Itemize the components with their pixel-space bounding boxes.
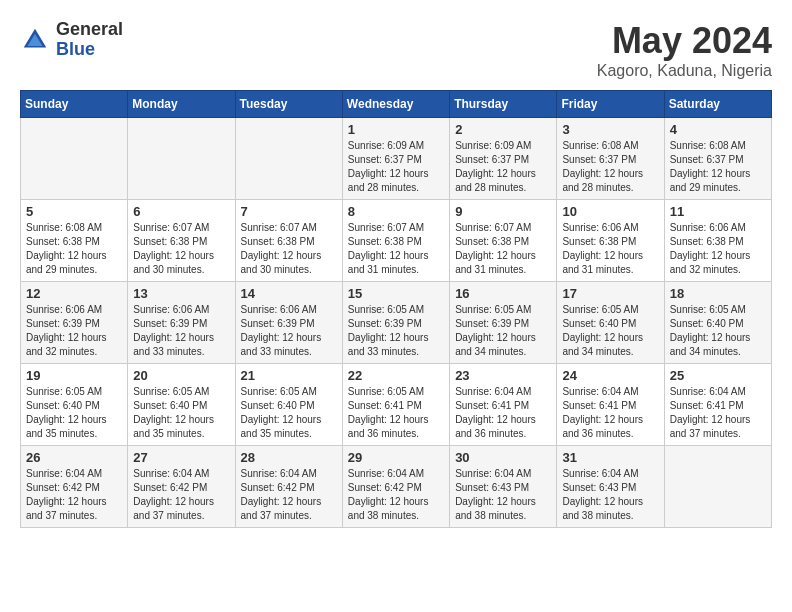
calendar-cell: 19Sunrise: 6:05 AM Sunset: 6:40 PM Dayli… xyxy=(21,364,128,446)
day-number: 24 xyxy=(562,368,658,383)
calendar-cell: 20Sunrise: 6:05 AM Sunset: 6:40 PM Dayli… xyxy=(128,364,235,446)
page-header: General Blue May 2024 Kagoro, Kaduna, Ni… xyxy=(20,20,772,80)
day-info: Sunrise: 6:05 AM Sunset: 6:40 PM Dayligh… xyxy=(26,385,122,441)
calendar-cell: 5Sunrise: 6:08 AM Sunset: 6:38 PM Daylig… xyxy=(21,200,128,282)
day-info: Sunrise: 6:09 AM Sunset: 6:37 PM Dayligh… xyxy=(455,139,551,195)
day-info: Sunrise: 6:05 AM Sunset: 6:39 PM Dayligh… xyxy=(348,303,444,359)
day-number: 23 xyxy=(455,368,551,383)
calendar-cell: 8Sunrise: 6:07 AM Sunset: 6:38 PM Daylig… xyxy=(342,200,449,282)
logo: General Blue xyxy=(20,20,123,60)
logo-icon xyxy=(20,25,50,55)
day-info: Sunrise: 6:08 AM Sunset: 6:37 PM Dayligh… xyxy=(670,139,766,195)
day-number: 8 xyxy=(348,204,444,219)
calendar-cell: 22Sunrise: 6:05 AM Sunset: 6:41 PM Dayli… xyxy=(342,364,449,446)
calendar-cell: 24Sunrise: 6:04 AM Sunset: 6:41 PM Dayli… xyxy=(557,364,664,446)
day-info: Sunrise: 6:07 AM Sunset: 6:38 PM Dayligh… xyxy=(348,221,444,277)
calendar-table: SundayMondayTuesdayWednesdayThursdayFrid… xyxy=(20,90,772,528)
day-info: Sunrise: 6:04 AM Sunset: 6:42 PM Dayligh… xyxy=(26,467,122,523)
day-info: Sunrise: 6:07 AM Sunset: 6:38 PM Dayligh… xyxy=(133,221,229,277)
calendar-cell: 13Sunrise: 6:06 AM Sunset: 6:39 PM Dayli… xyxy=(128,282,235,364)
calendar-cell: 9Sunrise: 6:07 AM Sunset: 6:38 PM Daylig… xyxy=(450,200,557,282)
day-number: 16 xyxy=(455,286,551,301)
day-number: 4 xyxy=(670,122,766,137)
calendar-cell: 18Sunrise: 6:05 AM Sunset: 6:40 PM Dayli… xyxy=(664,282,771,364)
day-number: 31 xyxy=(562,450,658,465)
calendar-cell: 29Sunrise: 6:04 AM Sunset: 6:42 PM Dayli… xyxy=(342,446,449,528)
day-info: Sunrise: 6:07 AM Sunset: 6:38 PM Dayligh… xyxy=(241,221,337,277)
calendar-cell: 4Sunrise: 6:08 AM Sunset: 6:37 PM Daylig… xyxy=(664,118,771,200)
weekday-header-tuesday: Tuesday xyxy=(235,91,342,118)
calendar-cell: 7Sunrise: 6:07 AM Sunset: 6:38 PM Daylig… xyxy=(235,200,342,282)
day-number: 22 xyxy=(348,368,444,383)
calendar-cell: 6Sunrise: 6:07 AM Sunset: 6:38 PM Daylig… xyxy=(128,200,235,282)
calendar-cell: 21Sunrise: 6:05 AM Sunset: 6:40 PM Dayli… xyxy=(235,364,342,446)
day-number: 21 xyxy=(241,368,337,383)
location: Kagoro, Kaduna, Nigeria xyxy=(597,62,772,80)
day-info: Sunrise: 6:04 AM Sunset: 6:41 PM Dayligh… xyxy=(670,385,766,441)
calendar-cell xyxy=(235,118,342,200)
calendar-cell: 15Sunrise: 6:05 AM Sunset: 6:39 PM Dayli… xyxy=(342,282,449,364)
day-info: Sunrise: 6:06 AM Sunset: 6:39 PM Dayligh… xyxy=(133,303,229,359)
day-info: Sunrise: 6:06 AM Sunset: 6:38 PM Dayligh… xyxy=(670,221,766,277)
logo-blue: Blue xyxy=(56,40,123,60)
day-number: 25 xyxy=(670,368,766,383)
day-info: Sunrise: 6:05 AM Sunset: 6:40 PM Dayligh… xyxy=(562,303,658,359)
calendar-week-4: 19Sunrise: 6:05 AM Sunset: 6:40 PM Dayli… xyxy=(21,364,772,446)
day-info: Sunrise: 6:04 AM Sunset: 6:43 PM Dayligh… xyxy=(562,467,658,523)
calendar-week-2: 5Sunrise: 6:08 AM Sunset: 6:38 PM Daylig… xyxy=(21,200,772,282)
logo-text: General Blue xyxy=(56,20,123,60)
day-number: 26 xyxy=(26,450,122,465)
calendar-cell xyxy=(21,118,128,200)
day-number: 14 xyxy=(241,286,337,301)
day-info: Sunrise: 6:05 AM Sunset: 6:40 PM Dayligh… xyxy=(133,385,229,441)
day-info: Sunrise: 6:07 AM Sunset: 6:38 PM Dayligh… xyxy=(455,221,551,277)
day-info: Sunrise: 6:04 AM Sunset: 6:42 PM Dayligh… xyxy=(348,467,444,523)
day-number: 9 xyxy=(455,204,551,219)
day-number: 7 xyxy=(241,204,337,219)
day-number: 5 xyxy=(26,204,122,219)
day-info: Sunrise: 6:05 AM Sunset: 6:40 PM Dayligh… xyxy=(670,303,766,359)
day-number: 3 xyxy=(562,122,658,137)
day-info: Sunrise: 6:04 AM Sunset: 6:41 PM Dayligh… xyxy=(562,385,658,441)
day-info: Sunrise: 6:04 AM Sunset: 6:41 PM Dayligh… xyxy=(455,385,551,441)
calendar-cell: 11Sunrise: 6:06 AM Sunset: 6:38 PM Dayli… xyxy=(664,200,771,282)
weekday-header-thursday: Thursday xyxy=(450,91,557,118)
day-info: Sunrise: 6:06 AM Sunset: 6:39 PM Dayligh… xyxy=(241,303,337,359)
day-number: 13 xyxy=(133,286,229,301)
day-number: 20 xyxy=(133,368,229,383)
weekday-header-saturday: Saturday xyxy=(664,91,771,118)
calendar-cell: 17Sunrise: 6:05 AM Sunset: 6:40 PM Dayli… xyxy=(557,282,664,364)
day-number: 18 xyxy=(670,286,766,301)
calendar-cell: 2Sunrise: 6:09 AM Sunset: 6:37 PM Daylig… xyxy=(450,118,557,200)
day-info: Sunrise: 6:04 AM Sunset: 6:42 PM Dayligh… xyxy=(241,467,337,523)
day-number: 11 xyxy=(670,204,766,219)
weekday-header-wednesday: Wednesday xyxy=(342,91,449,118)
day-info: Sunrise: 6:08 AM Sunset: 6:38 PM Dayligh… xyxy=(26,221,122,277)
day-number: 29 xyxy=(348,450,444,465)
calendar-cell: 26Sunrise: 6:04 AM Sunset: 6:42 PM Dayli… xyxy=(21,446,128,528)
month-title: May 2024 xyxy=(597,20,772,62)
day-number: 10 xyxy=(562,204,658,219)
day-info: Sunrise: 6:08 AM Sunset: 6:37 PM Dayligh… xyxy=(562,139,658,195)
day-number: 17 xyxy=(562,286,658,301)
calendar-cell: 27Sunrise: 6:04 AM Sunset: 6:42 PM Dayli… xyxy=(128,446,235,528)
day-number: 30 xyxy=(455,450,551,465)
calendar-cell: 10Sunrise: 6:06 AM Sunset: 6:38 PM Dayli… xyxy=(557,200,664,282)
day-number: 15 xyxy=(348,286,444,301)
weekday-header-sunday: Sunday xyxy=(21,91,128,118)
day-number: 6 xyxy=(133,204,229,219)
day-info: Sunrise: 6:09 AM Sunset: 6:37 PM Dayligh… xyxy=(348,139,444,195)
day-number: 1 xyxy=(348,122,444,137)
calendar-cell xyxy=(664,446,771,528)
calendar-cell: 28Sunrise: 6:04 AM Sunset: 6:42 PM Dayli… xyxy=(235,446,342,528)
weekday-header-monday: Monday xyxy=(128,91,235,118)
calendar-cell: 1Sunrise: 6:09 AM Sunset: 6:37 PM Daylig… xyxy=(342,118,449,200)
calendar-cell: 16Sunrise: 6:05 AM Sunset: 6:39 PM Dayli… xyxy=(450,282,557,364)
calendar-cell xyxy=(128,118,235,200)
calendar-cell: 25Sunrise: 6:04 AM Sunset: 6:41 PM Dayli… xyxy=(664,364,771,446)
day-number: 2 xyxy=(455,122,551,137)
title-block: May 2024 Kagoro, Kaduna, Nigeria xyxy=(597,20,772,80)
day-info: Sunrise: 6:06 AM Sunset: 6:39 PM Dayligh… xyxy=(26,303,122,359)
day-info: Sunrise: 6:05 AM Sunset: 6:41 PM Dayligh… xyxy=(348,385,444,441)
day-info: Sunrise: 6:05 AM Sunset: 6:39 PM Dayligh… xyxy=(455,303,551,359)
